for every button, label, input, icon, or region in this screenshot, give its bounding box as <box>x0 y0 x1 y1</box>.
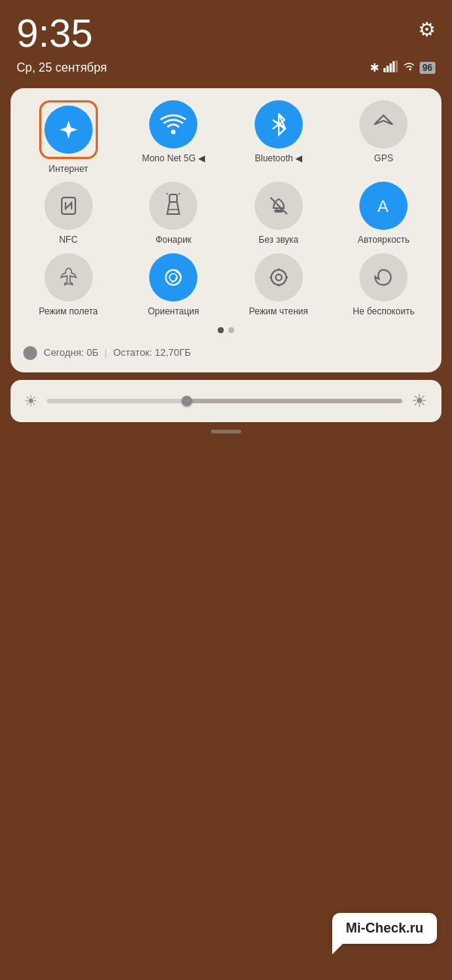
toggle-nfc[interactable]: NFC <box>18 182 119 245</box>
toggle-airplane[interactable]: Режим полета <box>18 253 119 317</box>
bluetooth-icon-circle <box>255 100 303 149</box>
orientation-icon-circle <box>149 253 197 302</box>
toggle-readmode[interactable]: Режим чтения <box>228 253 329 317</box>
dnd-label: Не беспокоить <box>353 306 414 317</box>
date-label: Ср, 25 сентября <box>17 61 107 75</box>
flashlight-label: Фонарик <box>155 234 191 245</box>
toggle-gps[interactable]: GPS <box>334 100 435 174</box>
pagination-dots <box>18 327 434 333</box>
svg-rect-3 <box>392 61 395 72</box>
wifi-icon-circle <box>149 100 197 149</box>
internet-icon-circle <box>44 106 93 154</box>
signal-icon <box>383 60 399 75</box>
wifi-status-icon <box>402 61 416 74</box>
svg-text:A: A <box>377 197 389 216</box>
wifi-label: Mono Net 5G ◀ <box>142 153 205 164</box>
storage-remaining: Остаток: 12,70ГБ <box>113 347 191 358</box>
svg-point-24 <box>276 274 282 280</box>
svg-rect-18 <box>275 210 282 212</box>
svg-line-16 <box>179 193 180 194</box>
dnd-icon-circle <box>359 253 408 302</box>
toggle-orientation[interactable]: Ориентация <box>124 253 224 317</box>
settings-icon[interactable]: ⚙ <box>418 18 435 41</box>
toggle-flashlight[interactable]: Фонарик <box>124 182 224 245</box>
autobrightness-icon-circle: A <box>359 182 408 230</box>
dot-1 <box>218 327 224 333</box>
toggle-wifi[interactable]: Mono Net 5G ◀ <box>124 100 224 174</box>
toggle-internet[interactable]: Интернет <box>18 100 119 174</box>
brightness-thumb[interactable] <box>182 396 192 406</box>
bluetooth-label: Bluetooth ◀ <box>255 153 302 164</box>
gps-icon-circle <box>359 100 408 149</box>
brightness-max-icon: ☀ <box>411 390 428 412</box>
storage-today: Сегодня: 0Б <box>44 347 99 358</box>
airplane-icon-circle <box>44 253 93 302</box>
svg-rect-12 <box>170 194 177 202</box>
flashlight-icon-circle <box>149 182 197 230</box>
bluetooth-status-icon: ✱ <box>370 61 380 75</box>
toggle-autobrightness[interactable]: A Автояркость <box>334 182 435 245</box>
date-row: Ср, 25 сентября ✱ 96 <box>0 59 452 82</box>
svg-line-7 <box>279 129 285 135</box>
brightness-panel: ☀ ☀ <box>11 380 441 422</box>
pull-handle[interactable] <box>211 430 241 433</box>
internet-label: Интернет <box>49 164 88 174</box>
watermark: Mi-Check.ru <box>332 913 437 944</box>
status-icons: ✱ 96 <box>370 60 435 75</box>
toggle-grid: Интернет Mono Net 5G ◀ <box>18 100 434 317</box>
divider: | <box>105 347 107 358</box>
brightness-min-icon: ☀ <box>24 392 38 410</box>
silent-icon-circle <box>255 182 303 230</box>
brightness-slider[interactable] <box>47 399 402 403</box>
orientation-label: Ориентация <box>148 306 199 317</box>
svg-rect-1 <box>386 66 389 72</box>
gps-label: GPS <box>374 153 393 164</box>
silent-label: Без звука <box>258 234 298 245</box>
autobrightness-label: Автояркость <box>358 234 410 245</box>
svg-rect-2 <box>389 63 392 72</box>
toggle-silent[interactable]: Без звука <box>228 182 329 245</box>
svg-rect-0 <box>383 68 386 72</box>
readmode-icon-circle <box>255 253 303 302</box>
svg-point-23 <box>271 270 286 285</box>
storage-icon: ⬤ <box>23 344 38 360</box>
svg-point-5 <box>171 130 176 134</box>
quick-settings-panel: Интернет Mono Net 5G ◀ <box>11 88 441 372</box>
readmode-label: Режим чтения <box>249 306 308 317</box>
svg-line-15 <box>166 193 168 194</box>
status-bar: 9:35 ⚙ <box>0 0 452 59</box>
toggle-bluetooth[interactable]: Bluetooth ◀ <box>228 100 329 174</box>
nfc-icon-circle <box>44 182 93 230</box>
svg-rect-4 <box>396 60 398 72</box>
airplane-label: Режим полета <box>38 306 98 317</box>
clock: 9:35 <box>17 14 93 53</box>
storage-row: ⬤ Сегодня: 0Б | Остаток: 12,70ГБ <box>18 341 434 362</box>
toggle-dnd[interactable]: Не беспокоить <box>334 253 435 317</box>
dot-2 <box>228 327 234 333</box>
nfc-label: NFC <box>59 234 78 245</box>
battery-badge: 96 <box>420 62 435 74</box>
